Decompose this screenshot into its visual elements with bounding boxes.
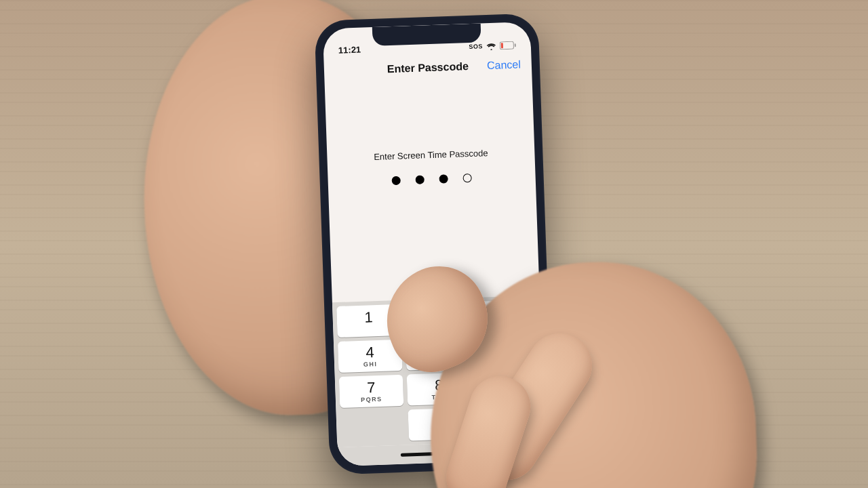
- keypad-key-7[interactable]: 7PQRS: [339, 375, 404, 408]
- passcode-dot: [462, 174, 471, 182]
- keypad-key-8[interactable]: 8TUV: [407, 372, 472, 405]
- keypad-blank: [340, 410, 406, 443]
- svg-rect-1: [515, 43, 516, 47]
- page-title: Enter Passcode: [387, 60, 469, 75]
- passcode-dots: [391, 174, 471, 185]
- passcode-dot: [439, 174, 448, 183]
- backspace-icon: [499, 413, 517, 430]
- keypad-key-9[interactable]: 9WXYZ: [475, 370, 540, 403]
- cancel-button[interactable]: Cancel: [469, 58, 521, 73]
- svg-rect-2: [501, 43, 503, 48]
- status-sos: SOS: [469, 43, 483, 50]
- keypad-delete-button[interactable]: [475, 405, 540, 439]
- phone-screen: 11:21 SOS Enter Passcode Cancel Enter S: [323, 22, 545, 466]
- passcode-dot: [391, 176, 400, 185]
- passcode-dot: [415, 175, 424, 184]
- phone-frame: 11:21 SOS Enter Passcode Cancel Enter S: [314, 13, 553, 474]
- notch: [372, 23, 481, 46]
- battery-low-icon: [500, 41, 516, 50]
- prompt-label: Enter Screen Time Passcode: [374, 148, 488, 162]
- status-time: 11:21: [338, 45, 361, 56]
- home-indicator[interactable]: [401, 450, 482, 456]
- wifi-icon: [486, 42, 496, 50]
- keypad-key-0[interactable]: 0: [408, 407, 473, 441]
